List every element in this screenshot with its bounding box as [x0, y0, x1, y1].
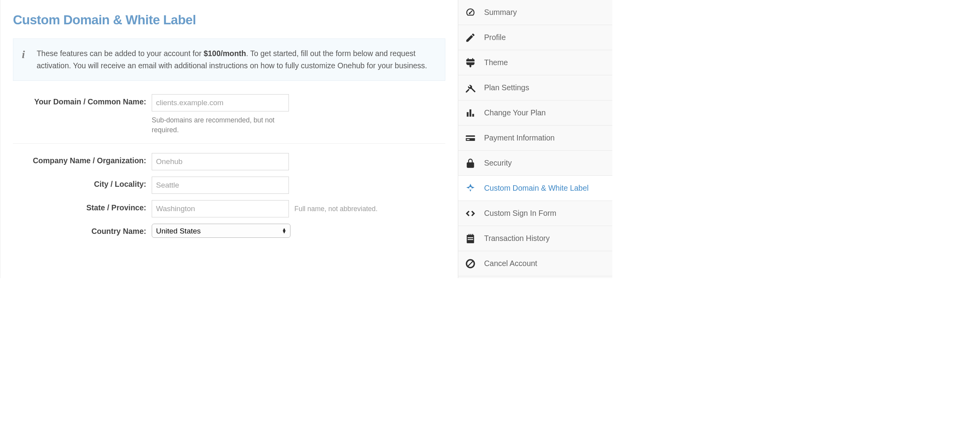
form-row-state: State / Province: Full name, not abbrevi…	[13, 198, 445, 220]
pencil-icon	[464, 32, 477, 43]
state-label: State / Province:	[13, 200, 152, 212]
paint-icon	[464, 57, 477, 68]
country-select-wrap[interactable]: United States ▲▼	[152, 224, 290, 238]
sidebar: Summary Profile Theme Plan Settings Chan	[458, 0, 612, 278]
sidebar-item-plan-settings[interactable]: Plan Settings	[458, 75, 612, 100]
form-row-domain: Your Domain / Common Name: Sub-domains a…	[13, 92, 445, 144]
sidebar-item-label: Transaction History	[484, 234, 550, 243]
info-text-prefix: These features can be added to your acco…	[36, 49, 203, 58]
sidebar-item-custom-domain[interactable]: Custom Domain & White Label	[458, 176, 612, 201]
sidebar-item-label: Security	[484, 159, 512, 168]
sidebar-item-label: Custom Sign In Form	[484, 209, 556, 218]
state-help: Full name, not abbreviated.	[294, 205, 377, 213]
sidebar-item-label: Payment Information	[484, 133, 555, 142]
info-price: $100/month	[203, 49, 246, 58]
sidebar-item-label: Theme	[484, 58, 508, 67]
company-input[interactable]	[152, 153, 289, 170]
sidebar-item-label: Custom Domain & White Label	[484, 184, 589, 193]
sidebar-item-profile[interactable]: Profile	[458, 25, 612, 50]
country-label: Country Name:	[13, 224, 152, 236]
sidebar-item-label: Change Your Plan	[484, 108, 546, 117]
country-select[interactable]: United States	[152, 224, 290, 238]
sidebar-item-label: Summary	[484, 8, 517, 17]
cancel-icon	[464, 258, 477, 269]
domain-input[interactable]	[152, 94, 289, 111]
sidebar-item-label: Profile	[484, 33, 506, 42]
domain-help: Sub-domains are recommended, but not req…	[152, 115, 289, 135]
card-icon	[464, 133, 477, 144]
compass-icon	[464, 183, 477, 194]
tools-icon	[464, 82, 477, 93]
sidebar-item-transactions[interactable]: Transaction History	[458, 226, 612, 251]
city-input[interactable]	[152, 177, 289, 194]
sidebar-item-change-plan[interactable]: Change Your Plan	[458, 100, 612, 126]
lock-icon	[464, 158, 477, 169]
form: Your Domain / Common Name: Sub-domains a…	[13, 92, 445, 240]
sidebar-item-cancel[interactable]: Cancel Account	[458, 251, 612, 276]
sidebar-item-security[interactable]: Security	[458, 151, 612, 176]
domain-label: Your Domain / Common Name:	[13, 94, 152, 106]
info-icon: i	[21, 49, 25, 60]
sidebar-item-theme[interactable]: Theme	[458, 50, 612, 75]
sidebar-item-summary[interactable]: Summary	[458, 0, 612, 25]
form-row-city: City / Locality:	[13, 174, 445, 196]
page-title: Custom Domain & White Label	[13, 13, 445, 27]
sidebar-item-custom-signin[interactable]: Custom Sign In Form	[458, 201, 612, 226]
sidebar-item-payment[interactable]: Payment Information	[458, 126, 612, 151]
code-icon	[464, 208, 477, 219]
info-callout: i These features can be added to your ac…	[13, 38, 445, 81]
bars-icon	[464, 108, 477, 119]
sidebar-item-label: Plan Settings	[484, 83, 529, 92]
sidebar-item-label: Cancel Account	[484, 259, 537, 268]
state-input[interactable]	[152, 200, 289, 217]
form-row-country: Country Name: United States ▲▼	[13, 221, 445, 240]
notepad-icon	[464, 233, 477, 244]
info-text: These features can be added to your acco…	[36, 47, 436, 72]
city-label: City / Locality:	[13, 177, 152, 189]
company-label: Company Name / Organization:	[13, 153, 152, 165]
form-row-company: Company Name / Organization:	[13, 151, 445, 173]
gauge-icon	[464, 7, 477, 18]
